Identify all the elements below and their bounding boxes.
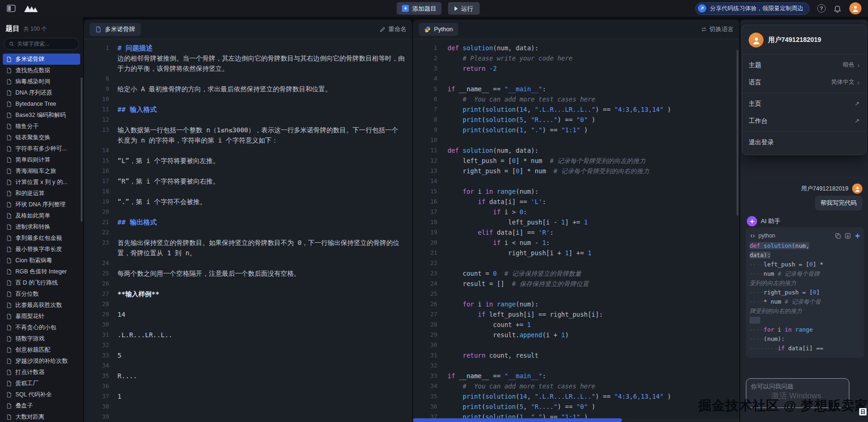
problem-line[interactable]: 36 <box>84 381 412 391</box>
sidebar-toggle-icon[interactable] <box>7 3 17 14</box>
code-line[interactable]: 25 <box>413 289 739 299</box>
code-line[interactable]: 32 <box>413 361 739 371</box>
sidebar-item[interactable]: 猜数字游戏 <box>3 333 80 344</box>
problem-tab[interactable]: 多米诺骨牌 <box>90 23 141 36</box>
code-line[interactable]: 18 left_push[i - 1] += 1 <box>413 217 739 227</box>
sidebar-item[interactable]: 大数对距离 <box>3 411 80 422</box>
code-line[interactable]: 30 <box>413 340 739 350</box>
problem-line[interactable]: 34 <box>84 361 412 371</box>
code-vertical-scrollbar[interactable] <box>737 50 738 216</box>
sidebar-item[interactable]: RGB 色值转 Integer <box>3 266 80 277</box>
sidebar-scrollbar[interactable] <box>81 77 83 222</box>
problem-line[interactable]: 25每两个数之间用一个空格隔开，注意最后一个数后面没有空格。 <box>84 268 412 279</box>
problem-line[interactable]: 335 <box>84 350 412 361</box>
sidebar-item[interactable]: DNA 序列还原 <box>3 87 80 98</box>
problem-line[interactable]: 10 <box>84 94 412 104</box>
code-line[interactable]: 20 if i < num - 1: <box>413 238 739 248</box>
code-horizontal-scrollbar[interactable] <box>413 418 622 422</box>
code-line[interactable]: 2 # Please write your code here <box>413 53 739 63</box>
problem-line[interactable]: 31.L.R...LR..L.. <box>84 330 412 340</box>
problem-line[interactable]: 18 <box>84 186 412 197</box>
sidebar-item[interactable]: 链表聚集交换 <box>3 132 80 143</box>
sidebar-item[interactable]: Base32 编码和解码 <box>3 109 80 121</box>
code-line[interactable]: 6 # You can add more test cases here <box>413 94 739 104</box>
sidebar-item[interactable]: 计算位置 x 到 y 的... <box>3 177 80 188</box>
sidebar-item[interactable]: 百分位数 <box>3 288 80 299</box>
code-line[interactable]: 29 result.append(i + 1) <box>413 330 739 340</box>
sidebar-item[interactable]: Cion 勒索病毒 <box>3 255 80 266</box>
problem-line[interactable]: 38 <box>84 402 412 412</box>
user-menu-item-theme[interactable]: 主题暗色› <box>742 56 866 74</box>
code-line[interactable]: 19 elif data[i] == 'R': <box>413 227 739 238</box>
sidebar-item[interactable]: 穿越沙漠的补给次数 <box>3 355 80 367</box>
copy-icon[interactable] <box>835 233 841 239</box>
user-menu-item-home[interactable]: 主页↗ <box>742 95 866 112</box>
code-line[interactable]: 11def solution(num, data): <box>413 145 739 156</box>
problem-line[interactable]: 21## 输出格式 <box>84 217 412 227</box>
code-line[interactable]: 13 right_push = [0] * num # 记录每个骨牌受到的向右的… <box>413 166 739 176</box>
code-line[interactable]: 28 count += 1 <box>413 320 739 330</box>
code-line[interactable]: 23 count = 0 # 记录保持竖立的骨牌数量 <box>413 268 739 279</box>
share-campaign-button[interactable]: 分享代码练习体验，领限量定制周边 <box>695 2 810 15</box>
sidebar-item[interactable]: 多米诺骨牌 <box>3 54 80 65</box>
code-line[interactable]: 5if __name__ == "__main__": <box>413 84 739 94</box>
run-button[interactable]: 运行 <box>448 2 480 15</box>
problem-line[interactable]: 13输入数据第一行包括一个整数 n（1≤n≤3000），表示这一行多米诺骨牌的数… <box>84 125 412 135</box>
problem-line[interactable]: 24 <box>84 258 412 268</box>
sidebar-item[interactable]: 叠盘子 <box>3 400 80 411</box>
sidebar-item[interactable]: 创意标题匹配 <box>3 344 80 355</box>
problem-line[interactable]: 2914 <box>84 309 412 320</box>
code-line[interactable]: 17 if i > 0: <box>413 207 739 217</box>
problem-line[interactable]: 23首先输出保持竖立的骨牌数目。如果保持竖立的骨牌数目不为 0，下一行输出保持竖… <box>84 238 412 248</box>
problem-line[interactable]: 11## 输入格式 <box>84 104 412 115</box>
sidebar-item[interactable]: Bytedance Tree <box>3 98 80 109</box>
code-line[interactable]: 14 <box>413 176 739 186</box>
problem-line[interactable]: 边的相邻骨牌被推倒。当一个骨牌，其左边倒向它的骨牌数目与其右边倒向它的骨牌数目相… <box>84 53 412 63</box>
sidebar-item[interactable]: SQL 代码补全 <box>3 389 80 400</box>
problem-line[interactable]: 32 <box>84 340 412 350</box>
sidebar-item[interactable]: 查找热点数据 <box>3 65 80 76</box>
problem-line[interactable]: 长度为 n 的字符串，字符串的第 i 个字符意义如下： <box>84 135 412 145</box>
problem-line[interactable]: 置，骨牌位置从 1 到 n。 <box>84 248 412 258</box>
user-menu-item-workspace[interactable]: 工作台↗ <box>742 112 866 129</box>
code-line[interactable]: 27 if left_push[i] == right_push[i]: <box>413 309 739 320</box>
user-avatar[interactable] <box>849 2 861 14</box>
sidebar-item[interactable]: 及格如此简单 <box>3 210 80 221</box>
user-menu-item-logout[interactable]: 退出登录 <box>742 134 866 151</box>
sidebar-item[interactable]: 和的逆运算 <box>3 188 80 199</box>
code-line[interactable]: 16 if data[i] == 'L': <box>413 197 739 207</box>
problem-line[interactable]: 于力的平衡，该骨牌将依然保持竖立。 <box>84 63 412 74</box>
problem-line[interactable]: 12 <box>84 115 412 125</box>
sidebar-item[interactable]: 进制求和转换 <box>3 221 80 232</box>
help-icon[interactable]: ? <box>817 4 826 13</box>
sidebar-item[interactable]: 百 D 的飞行路线 <box>3 277 80 288</box>
problem-line[interactable]: 17“R”，第 i 个字符将要被向右推。 <box>84 176 412 186</box>
sidebar-item[interactable]: 字符串有多少种可... <box>3 143 80 154</box>
code-line[interactable]: 35 print(solution(14, ".L.R...LR..L..") … <box>413 391 739 402</box>
problem-line[interactable]: 28 <box>84 299 412 309</box>
code-line[interactable]: 36 print(solution(5, "R....") == "0" ) <box>413 402 739 412</box>
sidebar-item[interactable]: 蛋糕工厂 <box>3 378 80 389</box>
sidebar-item[interactable]: 青海湖租车之旅 <box>3 165 80 177</box>
code-line[interactable]: 7 print(solution(14, ".L.R...LR..L..") =… <box>413 104 739 115</box>
sidebar-item[interactable]: 不再贪心的小包 <box>3 322 80 333</box>
code-line[interactable]: 24 result = [] # 保存保持竖立的骨牌位置 <box>413 279 739 289</box>
ai-chat-input[interactable] <box>751 382 844 404</box>
code-line[interactable]: 15 for i in range(num): <box>413 186 739 197</box>
code-line[interactable]: 10 <box>413 135 739 145</box>
sidebar-item[interactable]: 打点计数器 <box>3 367 80 378</box>
sidebar-item[interactable]: 简单四则计算 <box>3 154 80 165</box>
code-line[interactable]: 9 print(solution(1, ".") == "1:1" ) <box>413 125 739 135</box>
problem-line[interactable]: 8 <box>84 74 412 84</box>
problem-line[interactable]: 371 <box>84 391 412 402</box>
sidebar-item[interactable]: 最小替换字串长度 <box>3 244 80 255</box>
code-line[interactable]: 8 print(solution(5, "R....") == "0" ) <box>413 115 739 125</box>
problem-line[interactable]: 27**输入样例** <box>84 289 412 299</box>
code-line[interactable]: 33if __name__ == "__main__": <box>413 371 739 381</box>
code-line[interactable]: 31 return count, result <box>413 350 739 361</box>
problem-line[interactable]: 14 <box>84 145 412 156</box>
problem-line[interactable]: 22 <box>84 227 412 238</box>
problem-line[interactable]: 15“L”，第 i 个字符将要被向左推。 <box>84 156 412 166</box>
sidebar-item[interactable]: 暴雨梨花针 <box>3 311 80 322</box>
code-line[interactable]: 3 return -2 <box>413 63 739 74</box>
